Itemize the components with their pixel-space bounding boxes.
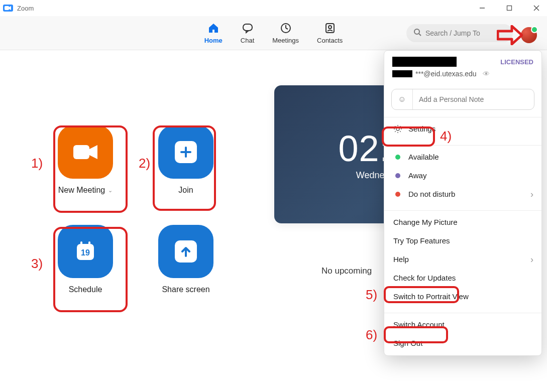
action-join: Join <box>151 125 221 195</box>
svg-line-8 <box>286 28 288 29</box>
svg-rect-18 <box>88 241 90 245</box>
menu-portrait[interactable]: Switch to Portrait View <box>384 287 541 306</box>
menu-sign-out[interactable]: Sign Out <box>384 334 541 352</box>
profile-avatar[interactable] <box>521 27 537 43</box>
chevron-right-icon: › <box>530 254 533 265</box>
action-schedule: 19 Schedule <box>50 225 121 294</box>
menu-settings[interactable]: Settings <box>384 119 541 138</box>
personal-note-input[interactable] <box>413 95 534 103</box>
change-picture-label: Change My Picture <box>393 218 458 226</box>
join-button[interactable] <box>158 125 213 179</box>
annotation-num-4: 4) <box>440 128 452 144</box>
tab-contacts[interactable]: Contacts <box>317 22 343 44</box>
status-dot-green <box>395 155 400 160</box>
menu-try-features[interactable]: Try Top Features <box>384 231 541 250</box>
minimize-button[interactable] <box>476 5 489 11</box>
profile-email: ***@eid.utexas.edu 👁 <box>392 70 533 78</box>
home-actions: New Meeting ⌄ Join 19 Schedule <box>50 125 221 294</box>
share-screen-label: Share screen <box>162 285 209 294</box>
schedule-label: Schedule <box>69 285 102 294</box>
svg-point-10 <box>329 26 332 29</box>
plus-icon <box>175 141 197 163</box>
search-input[interactable] <box>425 29 506 37</box>
profile-name-redacted <box>392 57 457 67</box>
separator <box>384 117 541 117</box>
home-icon <box>207 22 220 35</box>
separator <box>384 145 541 146</box>
annotation-num-2: 2) <box>139 156 150 171</box>
search-icon <box>413 28 421 38</box>
status-dot-dnd <box>395 192 400 197</box>
help-label: Help <box>393 255 409 264</box>
svg-rect-0 <box>5 6 9 10</box>
sign-out-label: Sign Out <box>393 339 422 347</box>
menu-switch-account[interactable]: Switch Account <box>384 315 541 334</box>
portrait-label: Switch to Portrait View <box>393 292 469 301</box>
profile-dropdown: LICENSED ***@eid.utexas.edu 👁 ☺ Settings… <box>384 50 542 356</box>
menu-change-picture[interactable]: Change My Picture <box>384 213 541 231</box>
annotation-num-6: 6) <box>366 327 377 343</box>
header: Home Chat Meetings Contacts <box>0 16 547 50</box>
svg-point-11 <box>414 29 419 34</box>
gear-icon <box>393 125 402 133</box>
menu-status-dnd[interactable]: Do not disturb › <box>384 185 541 203</box>
svg-line-12 <box>419 34 421 36</box>
new-meeting-button[interactable] <box>58 125 113 179</box>
menu-check-updates[interactable]: Check for Updates <box>384 269 541 287</box>
menu-status-away[interactable]: Away <box>384 166 541 185</box>
profile-header: LICENSED ***@eid.utexas.edu 👁 <box>384 51 541 82</box>
no-meetings-text: No upcoming <box>321 266 372 276</box>
tab-home[interactable]: Home <box>204 22 223 44</box>
join-label: Join <box>178 186 193 195</box>
emoji-icon[interactable]: ☺ <box>392 89 413 109</box>
annotation-num-1: 1) <box>31 156 43 171</box>
titlebar: Zoom <box>0 0 547 16</box>
tab-chat[interactable]: Chat <box>241 22 254 44</box>
menu-settings-label: Settings <box>408 124 435 133</box>
email-suffix: ***@eid.utexas.edu <box>415 70 477 78</box>
svg-rect-2 <box>507 6 512 11</box>
action-share-screen: Share screen <box>151 225 221 294</box>
email-redacted <box>392 70 412 77</box>
nav-tabs: Home Chat Meetings Contacts <box>204 22 343 44</box>
maximize-button[interactable] <box>503 5 516 11</box>
license-badge: LICENSED <box>500 58 533 66</box>
title-left: Zoom <box>3 5 34 12</box>
separator <box>384 210 541 211</box>
app-title: Zoom <box>17 5 34 12</box>
separator <box>384 313 541 313</box>
action-new-meeting: New Meeting ⌄ <box>50 125 121 195</box>
schedule-button[interactable]: 19 <box>58 225 113 278</box>
annotation-num-5: 5) <box>366 287 377 303</box>
annotation-arrow <box>497 25 523 47</box>
video-icon <box>71 142 99 162</box>
contacts-icon <box>323 22 337 35</box>
menu-status-available[interactable]: Available <box>384 148 541 166</box>
tab-home-label: Home <box>204 37 223 44</box>
check-updates-label: Check for Updates <box>393 274 456 282</box>
annotation-num-3: 3) <box>31 256 43 272</box>
menu-help[interactable]: Help › <box>384 250 541 269</box>
new-meeting-label[interactable]: New Meeting ⌄ <box>58 186 113 195</box>
svg-rect-13 <box>73 145 89 159</box>
window-controls <box>476 5 543 11</box>
tab-meetings-label: Meetings <box>272 37 299 44</box>
eye-icon[interactable]: 👁 <box>483 70 490 78</box>
personal-note[interactable]: ☺ <box>391 89 534 110</box>
status-away-label: Away <box>408 171 426 180</box>
chevron-down-icon[interactable]: ⌄ <box>108 187 113 194</box>
switch-account-label: Switch Account <box>393 320 445 329</box>
new-meeting-text: New Meeting <box>58 186 105 195</box>
status-dot-away <box>395 173 400 178</box>
upload-icon <box>175 240 197 263</box>
main: New Meeting ⌄ Join 19 Schedule <box>0 50 547 392</box>
close-button[interactable] <box>530 5 543 11</box>
svg-rect-5 <box>243 24 252 31</box>
svg-rect-17 <box>80 241 82 245</box>
share-screen-button[interactable] <box>158 225 213 278</box>
chevron-right-icon: › <box>530 189 533 199</box>
status-dnd-label: Do not disturb <box>408 190 455 198</box>
tab-meetings[interactable]: Meetings <box>272 22 299 44</box>
tab-contacts-label: Contacts <box>317 37 343 44</box>
try-features-label: Try Top Features <box>393 236 450 245</box>
